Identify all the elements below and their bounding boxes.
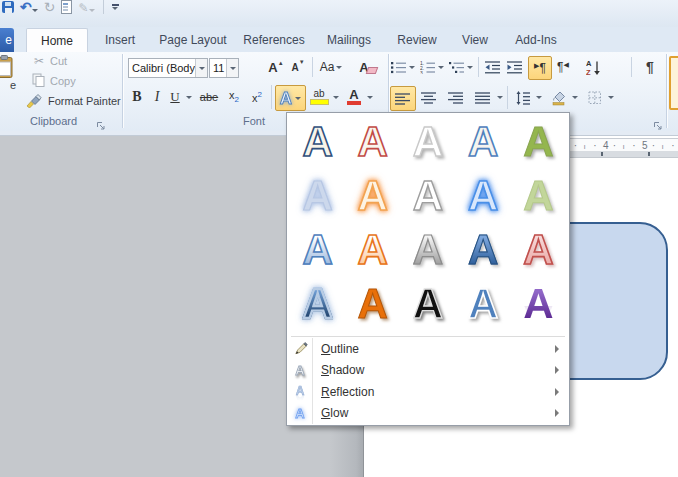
line-spacing-dropdown-icon[interactable]	[534, 86, 543, 109]
quick-style-tile-partial[interactable]	[669, 56, 678, 110]
decrease-indent-button[interactable]	[483, 57, 503, 77]
font-name-dropdown-icon[interactable]	[195, 59, 207, 77]
undo-dropdown-icon[interactable]	[32, 9, 38, 12]
font-color-button[interactable]: A	[343, 85, 365, 109]
menu-item-reflection[interactable]: A Reflection	[288, 381, 567, 402]
tab-file[interactable]: e	[0, 28, 14, 52]
text-effect-steel-blue-white-outline[interactable]: A	[456, 277, 511, 331]
text-effect-purple-reflection[interactable]: A	[511, 277, 566, 331]
cut-label[interactable]: Cut	[50, 54, 67, 68]
text-effect-gradient-silver[interactable]: A	[400, 223, 455, 277]
strikethrough-button[interactable]: abe	[196, 85, 222, 109]
underline-dropdown-icon[interactable]	[184, 85, 194, 109]
tab-view[interactable]: View	[452, 28, 498, 52]
italic-button[interactable]: I	[148, 85, 166, 109]
text-effects-dropdown-icon[interactable]	[295, 97, 301, 100]
menu-item-shadow[interactable]: A Shadow	[288, 360, 567, 381]
paragraph-dialog-launcher-icon[interactable]	[653, 117, 663, 127]
tab-page-layout[interactable]: Page Layout	[152, 28, 234, 52]
text-effect-white-shadow[interactable]: A	[400, 115, 455, 169]
text-effect-gradient-blue[interactable]: A	[456, 223, 511, 277]
text-effect-cream-orange-glow[interactable]: A	[345, 169, 400, 223]
borders-dropdown-icon[interactable]	[606, 86, 615, 109]
tab-home[interactable]: Home	[26, 28, 88, 53]
clear-formatting-button[interactable]: A	[352, 57, 376, 77]
show-hide-pilcrow-button[interactable]: ¶	[640, 56, 660, 78]
font-size-dropdown-icon[interactable]	[226, 59, 238, 77]
customize-toolbar-icon[interactable]	[112, 4, 119, 10]
line-spacing-button[interactable]	[512, 86, 534, 109]
borders-button[interactable]	[584, 86, 606, 109]
redo-icon[interactable]: ↻	[44, 0, 56, 14]
increase-indent-button[interactable]	[505, 57, 525, 77]
copy-label[interactable]: Copy	[50, 74, 76, 88]
align-center-button[interactable]	[417, 86, 441, 109]
cut-icon[interactable]: ✂	[34, 54, 44, 68]
bullets-dropdown-icon[interactable]	[407, 57, 416, 77]
text-effect-blue-powder-glow[interactable]: A	[290, 277, 345, 331]
menu-item-outline[interactable]: Outline	[288, 338, 567, 359]
justify-dropdown-icon[interactable]	[495, 86, 504, 109]
text-effect-gradient-white-orange-outline[interactable]: A	[345, 223, 400, 277]
superscript-button[interactable]: x2	[246, 85, 268, 109]
multilevel-list-dropdown-icon[interactable]	[465, 57, 474, 77]
tab-references[interactable]: References	[240, 28, 308, 52]
numbering-button[interactable]: 1.2.3.	[419, 57, 436, 77]
text-effect-gradient-white-blue-outline[interactable]: A	[290, 223, 345, 277]
line-spacing-icon	[515, 91, 531, 105]
font-size-combo[interactable]: 11	[209, 58, 239, 78]
save-icon[interactable]	[2, 1, 14, 13]
text-effect-white-outline-blue[interactable]: A	[456, 115, 511, 169]
subscript-button[interactable]: x2	[223, 85, 245, 109]
tab-insert[interactable]: Insert	[94, 28, 146, 52]
bold-button[interactable]: B	[127, 85, 147, 109]
text-effect-white-outline-dkblue[interactable]: A	[290, 115, 345, 169]
button-divider	[631, 57, 632, 77]
menu-item-glow[interactable]: A Glow	[288, 403, 567, 424]
text-effect-orange-solid[interactable]: A	[345, 277, 400, 331]
tab-add-ins[interactable]: Add-Ins	[506, 28, 566, 52]
format-painter-label[interactable]: Format Painter	[48, 94, 121, 108]
text-effects-button[interactable]: A	[275, 85, 306, 111]
text-effect-pink-red-outline[interactable]: A	[511, 223, 566, 277]
format-painter-icon[interactable]	[26, 92, 42, 108]
text-effect-white-gray-shadow[interactable]: A	[400, 169, 455, 223]
change-case-button[interactable]: Aa	[317, 57, 345, 77]
document-icon[interactable]	[61, 0, 72, 14]
clipboard-dialog-launcher-icon[interactable]	[96, 117, 106, 127]
tab-review[interactable]: Review	[390, 28, 444, 52]
align-right-button[interactable]	[444, 86, 468, 109]
bullets-button[interactable]	[390, 57, 407, 77]
font-color-dropdown-icon[interactable]	[365, 85, 375, 109]
undo-button[interactable]: ↶	[20, 0, 38, 16]
underline-button[interactable]: U	[167, 85, 183, 109]
tab-mailings[interactable]: Mailings	[318, 28, 380, 52]
multilevel-list-button[interactable]	[448, 57, 465, 77]
text-effect-black-white-outline[interactable]: A	[400, 277, 455, 331]
align-left-button[interactable]	[390, 86, 416, 111]
button-divider	[507, 86, 508, 109]
text-effect-olive-green-fill[interactable]: A	[511, 115, 566, 169]
copy-icon[interactable]	[32, 73, 45, 87]
text-highlight-button[interactable]: ab	[307, 85, 331, 109]
text-effect-light-green-shadow[interactable]: A	[511, 169, 566, 223]
shrink-font-button[interactable]: A▼	[289, 57, 307, 77]
text-effects-a-icon: A	[280, 90, 292, 107]
sort-button[interactable]: A Z	[580, 56, 606, 78]
borders-icon	[588, 91, 602, 105]
numbering-dropdown-icon[interactable]	[436, 57, 445, 77]
text-effect-light-blue-glow[interactable]: A	[456, 169, 511, 223]
shading-dropdown-icon[interactable]	[570, 86, 579, 109]
shading-button[interactable]	[548, 86, 570, 109]
rtl-text-direction-button[interactable]: ¶◀	[552, 56, 574, 78]
shadow-a-icon: A	[288, 363, 312, 378]
justify-button[interactable]	[471, 86, 495, 109]
ltr-text-direction-button[interactable]: ▶¶	[528, 56, 552, 80]
grow-font-button[interactable]: A▲	[266, 57, 286, 77]
font-name-combo[interactable]: Calibri (Body)	[128, 58, 208, 78]
text-effect-white-outline-red[interactable]: A	[345, 115, 400, 169]
text-effect-pale-blue-soft[interactable]: A	[290, 169, 345, 223]
draw-tool-button[interactable]: ✎	[78, 0, 94, 16]
text-highlight-dropdown-icon[interactable]	[331, 85, 341, 109]
paste-label-partial[interactable]: e	[10, 79, 16, 91]
